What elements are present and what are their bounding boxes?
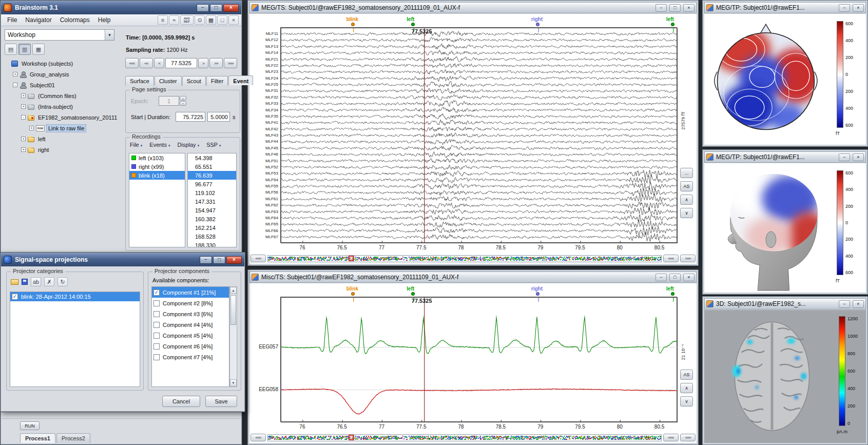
scrollbar-thumb[interactable] xyxy=(230,295,236,325)
checkbox[interactable] xyxy=(153,322,160,328)
maximize-button[interactable]: □ xyxy=(213,256,225,264)
maximize-button[interactable]: □ xyxy=(669,4,681,12)
autoscale-button[interactable]: AS xyxy=(680,181,693,191)
chevron-down-icon[interactable]: ▼ xyxy=(105,30,114,40)
page-back-fast-button[interactable]: <<< xyxy=(125,58,139,68)
epoch-spinner[interactable]: ▲ ▼ xyxy=(180,96,186,106)
maximize-button[interactable]: □ xyxy=(210,4,222,12)
time-slider[interactable] xyxy=(349,256,354,261)
event-time-row[interactable]: 54.398 xyxy=(188,153,236,162)
start-time-input[interactable] xyxy=(176,112,205,122)
event-density-strip[interactable] xyxy=(267,434,662,441)
projector-category-row[interactable]: ✓blink: 28-Apr-2012 14:00:15 xyxy=(10,292,140,301)
open-projector-icon[interactable] xyxy=(11,279,18,285)
main-window-titlebar[interactable]: Brainstorm 3.1 − □ × xyxy=(1,1,241,14)
scroll-down-icon[interactable]: ▼ xyxy=(230,379,237,386)
component-row[interactable]: Component #6 [4%] xyxy=(152,341,229,352)
tab-filter[interactable]: Filter xyxy=(206,76,228,86)
component-row[interactable]: Component #7 [4%] xyxy=(152,352,229,362)
cancel-button[interactable]: Cancel xyxy=(162,396,200,407)
menu-file[interactable]: File xyxy=(4,15,21,25)
display-menu-button[interactable]: ... xyxy=(680,168,693,178)
recordings-menu-file[interactable]: File ▾ xyxy=(130,142,142,148)
misc-ts-titlebar[interactable]: Misc/TS: Subject01/@rawEF1982_somatosens… xyxy=(249,272,697,283)
minimize-button[interactable]: − xyxy=(655,274,667,281)
time-slider[interactable] xyxy=(349,435,354,440)
event-type-row[interactable]: right (x99) xyxy=(129,162,185,171)
maximize-button[interactable]: □ xyxy=(669,274,681,281)
recordings-menu-ssp[interactable]: SSP ▾ xyxy=(206,142,221,148)
gain-up-button[interactable]: ∧ xyxy=(680,195,693,205)
page-right-button[interactable]: >>> xyxy=(680,255,696,262)
event-time-row[interactable]: 96.677 xyxy=(188,180,236,188)
event-time-row[interactable]: 160.382 xyxy=(188,215,236,223)
event-type-row[interactable]: blink (x18) xyxy=(129,171,185,180)
event-marker-dot[interactable] xyxy=(351,292,355,296)
montage-icon[interactable]: ⊙ xyxy=(195,15,205,25)
filter-display-icon[interactable]: ≈ xyxy=(169,15,179,25)
checkbox[interactable]: ✓ xyxy=(12,294,18,300)
page-forward-fast-button[interactable]: >>> xyxy=(224,58,237,68)
tree-item-right[interactable]: +right xyxy=(3,144,124,155)
brain-3d-titlebar[interactable]: 3D: Subject01/@rawEF1982_s... − × xyxy=(704,298,866,309)
component-list-scrollbar[interactable]: ▲ ▼ xyxy=(229,286,237,387)
tree-expander[interactable]: + xyxy=(21,104,26,109)
avg-ref-icon[interactable]: AVG REF xyxy=(180,15,194,25)
event-time-row[interactable]: 188.330 xyxy=(188,241,236,247)
close-button[interactable]: × xyxy=(683,274,695,281)
event-density-strip[interactable] xyxy=(267,255,662,262)
event-marker-dot[interactable] xyxy=(351,23,355,26)
tree-item-link-to-raw-file[interactable]: +RAWLink to raw file xyxy=(3,123,124,133)
page-forward-button[interactable]: >> xyxy=(209,58,223,68)
page-right-button[interactable]: >>> xyxy=(680,434,696,441)
tree-expander[interactable]: - xyxy=(21,115,26,120)
topography-2d-map[interactable] xyxy=(706,16,827,142)
event-time-row[interactable]: 154.947 xyxy=(188,206,236,215)
close-button[interactable]: × xyxy=(853,4,864,12)
run-button[interactable]: RUN xyxy=(20,421,40,430)
timeseries-plot[interactable] xyxy=(280,297,677,422)
page-left-button[interactable]: <<< xyxy=(250,434,266,441)
functional-subject-view-button[interactable]: ▥ xyxy=(18,44,31,55)
component-row[interactable]: ✓Component #1 [21%] xyxy=(152,287,229,298)
event-marker-dot[interactable] xyxy=(536,23,539,26)
tree-expander[interactable]: + xyxy=(21,137,26,141)
ssp-dialog-titlebar[interactable]: Signal-space projections − □ × xyxy=(1,253,244,266)
recordings-menu-display[interactable]: Display ▾ xyxy=(178,142,200,148)
minimize-button[interactable]: − xyxy=(197,4,209,12)
anatomy-view-button[interactable]: ▤ xyxy=(5,44,17,55)
tree-expander[interactable]: + xyxy=(13,72,17,76)
minimize-button[interactable]: − xyxy=(200,256,212,264)
component-row[interactable]: Component #5 [4%] xyxy=(152,330,229,341)
page-left-button-2[interactable]: <<< xyxy=(663,434,679,441)
spinner-up-icon[interactable]: ▲ xyxy=(180,96,186,101)
functional-condition-view-button[interactable]: ▦ xyxy=(32,44,45,55)
window-layout-icon[interactable]: ▦ xyxy=(206,15,216,25)
checkbox[interactable]: ✓ xyxy=(153,289,160,296)
colorbar[interactable] xyxy=(837,170,843,275)
tree-item-ef1982-somatosensory-20111[interactable]: -EF1982_somatosensory_20111 xyxy=(3,112,124,123)
close-all-figures-icon[interactable]: × xyxy=(228,15,239,25)
tree-item-common-files[interactable]: +(Common files) xyxy=(3,90,124,101)
tab-scout[interactable]: Scout xyxy=(182,76,206,86)
menu-colormaps[interactable]: Colormaps xyxy=(56,15,93,25)
event-time-row[interactable]: 65.551 xyxy=(188,162,236,171)
gain-down-button[interactable]: ∨ xyxy=(680,208,693,218)
meg-tp-2d-titlebar[interactable]: MEG/TP: Subject01/@rawEF1... − × xyxy=(704,2,866,13)
delete-projector-icon[interactable]: ✗ xyxy=(44,277,54,286)
tree-expander[interactable]: + xyxy=(21,93,26,98)
menu-help[interactable]: Help xyxy=(94,15,114,25)
checkbox[interactable] xyxy=(153,343,160,350)
step-back-button[interactable]: < xyxy=(154,58,164,68)
event-marker-dot[interactable] xyxy=(671,292,674,296)
component-row[interactable]: Component #4 [4%] xyxy=(152,319,229,330)
event-marker-dot[interactable] xyxy=(411,292,415,296)
tree-item-left[interactable]: +left xyxy=(3,133,124,144)
checkbox[interactable] xyxy=(153,354,160,360)
duration-input[interactable] xyxy=(207,112,230,122)
event-type-row[interactable]: left (x103) xyxy=(129,153,185,162)
epoch-input[interactable] xyxy=(159,96,179,106)
minimize-button[interactable]: − xyxy=(839,300,850,308)
tree-expander[interactable]: - xyxy=(13,83,17,87)
misc-traces-canvas[interactable] xyxy=(281,297,678,422)
